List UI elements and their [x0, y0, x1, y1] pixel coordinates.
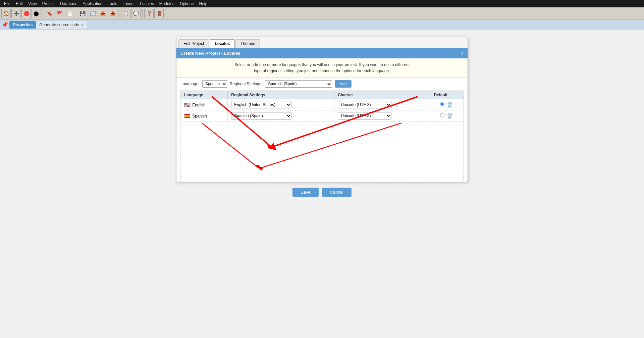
default-radio-english[interactable]	[440, 102, 444, 106]
regional-select-english[interactable]: English (United States)	[231, 101, 291, 108]
tab-pin-icon[interactable]: 📌	[1, 21, 8, 28]
toolbar-save[interactable]: 💾	[78, 9, 87, 18]
toolbar-help[interactable]: ❓	[144, 9, 154, 18]
menu-file[interactable]: File	[1, 1, 13, 7]
empty-area	[180, 122, 464, 182]
regional-label: Regional Settings:	[230, 82, 262, 86]
charset-select-spanish[interactable]: Unicode (UTF-8)	[338, 112, 391, 119]
col-header-charset: Charset	[334, 91, 430, 99]
tab-generate-source[interactable]: Generate source code ×	[36, 21, 87, 29]
col-header-regional: Regional Settings	[228, 91, 334, 99]
language-cell-spanish: 🇪🇸 Spanish	[181, 110, 228, 122]
toolbar: 🏠 ➕ 🔴 ⬤ 🔖 🚩 📄 💾 🔄 📤 📥 📋 💬 ❓ 🚪	[0, 7, 644, 19]
default-radio-spanish[interactable]	[440, 113, 444, 117]
toolbar-stop[interactable]: 🔴	[21, 9, 31, 18]
language-cell-english: 🇺🇸 English	[181, 99, 228, 110]
regional-select-spanish[interactable]: Spanish (Spain)	[231, 112, 291, 119]
regional-cell-spanish: Spanish (Spain)	[228, 110, 334, 122]
dialog-tabs: Edit Project Locales Themes	[176, 37, 468, 48]
menu-application[interactable]: Application	[80, 1, 105, 7]
menu-help[interactable]: Help	[196, 1, 210, 7]
toolbar-doc[interactable]: 📄	[65, 9, 74, 18]
toolbar-upload[interactable]: 📤	[98, 9, 107, 18]
main-content: Edit Project Locales Themes Create New P…	[0, 30, 644, 338]
dialog-desc-line2: type of regional setting, you just need …	[182, 68, 462, 74]
language-select[interactable]: Spanish English French German	[202, 80, 227, 88]
dialog-help-icon[interactable]: ?	[461, 51, 464, 56]
menu-locales[interactable]: Locales	[137, 1, 156, 7]
flag-spanish: 🇪🇸	[184, 113, 190, 118]
language-selector-row: Language: Spanish English French German …	[176, 78, 468, 91]
toolbar-flag[interactable]: 🚩	[55, 9, 64, 18]
toolbar-exit[interactable]: 🚪	[154, 9, 164, 18]
arrow-overlay	[181, 122, 463, 182]
cancel-button[interactable]: Cancel	[322, 188, 352, 197]
charset-cell-english: Unicode (UTF-8)	[334, 99, 430, 110]
regional-select[interactable]: Spanish (Spain) Spanish (Mexico) English…	[265, 80, 332, 88]
table-row: 🇪🇸 Spanish Spanish (Spain) Unicode (UTF-…	[181, 110, 464, 122]
dialog-desc-line1: Select or add one or more languages that…	[182, 62, 462, 68]
dialog-header: Create New Project - Locales ?	[176, 48, 468, 58]
language-name-spanish: Spanish	[192, 114, 207, 118]
menu-view[interactable]: View	[25, 1, 40, 7]
dialog-tab-edit-project[interactable]: Edit Project	[178, 39, 209, 48]
tab-bar: 📌 Properties Generate source code ×	[0, 19, 644, 30]
charset-select-english[interactable]: Unicode (UTF-8)	[338, 101, 391, 108]
separator-2	[76, 9, 76, 17]
menu-tools[interactable]: Tools	[105, 1, 120, 7]
toolbar-chat[interactable]: 💬	[131, 9, 141, 18]
save-button[interactable]: Save	[292, 188, 319, 197]
svg-marker-1	[256, 165, 262, 171]
separator-4	[142, 9, 143, 17]
flag-english: 🇺🇸	[184, 102, 190, 107]
menu-bar: File Edit View Project Database Applicat…	[0, 0, 644, 7]
regional-cell-english: English (United States)	[228, 99, 334, 110]
menu-modules[interactable]: Modules	[157, 1, 177, 7]
language-name-english: English	[192, 103, 205, 107]
toolbar-home[interactable]: 🏠	[1, 9, 11, 18]
dialog-actions: Save Cancel	[7, 182, 637, 202]
toolbar-copy[interactable]: 📋	[121, 9, 130, 18]
separator-1	[43, 9, 43, 17]
tab-generate-source-label: Generate source code	[39, 22, 79, 27]
locale-table: Language Regional Settings Charset Defau…	[180, 91, 464, 122]
default-cell-english: 🗑️	[430, 99, 464, 110]
tab-close-icon[interactable]: ×	[81, 23, 83, 27]
menu-project[interactable]: Project	[40, 1, 57, 7]
toolbar-bookmark[interactable]: 🔖	[45, 9, 54, 18]
toolbar-circle[interactable]: ⬤	[32, 9, 41, 18]
delete-btn-english[interactable]: 🗑️	[445, 101, 454, 108]
svg-marker-3	[257, 165, 263, 170]
separator-3	[119, 9, 119, 17]
col-header-default: Default	[430, 91, 464, 99]
default-cell-spanish: 🗑️	[430, 110, 464, 122]
menu-layout[interactable]: Layout	[120, 1, 137, 7]
table-row: 🇺🇸 English English (United States) Unico…	[181, 99, 464, 110]
menu-database[interactable]: Database	[57, 1, 80, 7]
add-button[interactable]: Add	[335, 80, 351, 88]
dialog-title: Create New Project - Locales	[180, 51, 240, 56]
charset-cell-spanish: Unicode (UTF-8)	[334, 110, 430, 122]
dialog-tab-themes[interactable]: Themes	[235, 39, 260, 48]
svg-line-0	[202, 123, 259, 168]
toolbar-add[interactable]: ➕	[11, 9, 21, 18]
menu-edit[interactable]: Edit	[13, 1, 25, 7]
dialog-container: Edit Project Locales Themes Create New P…	[176, 37, 468, 182]
svg-line-2	[260, 123, 401, 168]
language-label: Language:	[180, 82, 200, 86]
toolbar-refresh[interactable]: 🔄	[88, 9, 97, 18]
toolbar-download[interactable]: 📥	[108, 9, 117, 18]
delete-btn-spanish[interactable]: 🗑️	[445, 112, 454, 119]
col-header-language: Language	[181, 91, 228, 99]
dialog-body: Language Regional Settings Charset Defau…	[176, 91, 468, 182]
tab-properties[interactable]: Properties	[9, 21, 36, 29]
dialog-description: Select or add one or more languages that…	[176, 58, 468, 78]
dialog-tab-locales[interactable]: Locales	[210, 39, 235, 48]
menu-options[interactable]: Options	[177, 1, 196, 7]
tab-properties-label: Properties	[13, 22, 33, 27]
